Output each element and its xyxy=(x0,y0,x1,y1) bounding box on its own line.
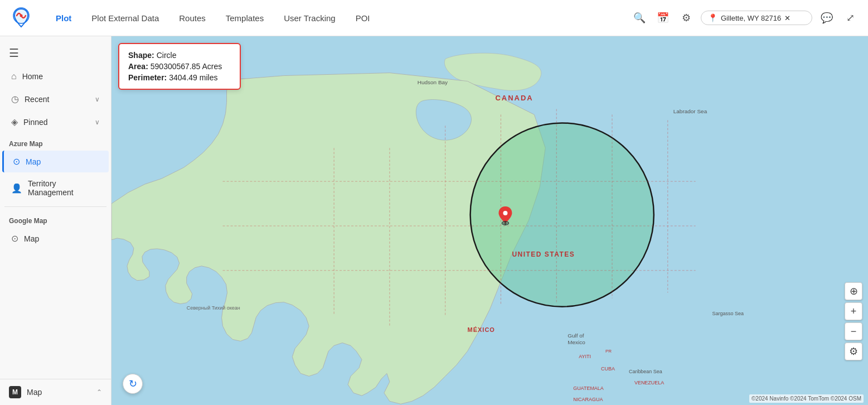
sidebar: ☰ ⌂ Home ◷ Recent ∨ ◈ Pinned ∨ Azure Map… xyxy=(0,36,111,405)
nav-templates[interactable]: Templates xyxy=(217,9,273,27)
chat-button[interactable]: 💬 xyxy=(818,9,836,27)
menu-icon[interactable]: ☰ xyxy=(0,41,111,65)
svg-point-31 xyxy=(503,211,507,215)
nav-links: Plot Plot External Data Routes Templates… xyxy=(47,9,631,27)
area-value: 590300567.85 Acres xyxy=(151,62,222,71)
search-button[interactable]: 🔍 xyxy=(631,9,648,27)
svg-text:Caribbean Sea: Caribbean Sea xyxy=(629,369,662,374)
shape-info-popup: Shape: Circle Area: 590300567.85 Acres P… xyxy=(118,43,241,90)
recent-chevron: ∨ xyxy=(95,95,100,103)
sidebar-item-home[interactable]: ⌂ Home xyxy=(2,66,109,87)
sidebar-item-recent-label: Recent xyxy=(25,95,49,104)
pinned-chevron: ∨ xyxy=(95,118,100,126)
sidebar-item-territory[interactable]: 👤 Territory Management xyxy=(2,173,109,202)
sidebar-bottom: M Map ⌃ xyxy=(0,379,111,405)
nav-right: 🔍 📅 ⚙ 📍 Gillette, WY 82716 ✕ 💬 ⤢ xyxy=(631,9,859,27)
map-refresh-button[interactable]: ↻ xyxy=(123,374,143,394)
nav-plot-external[interactable]: Plot External Data xyxy=(83,9,168,27)
sidebar-item-pinned[interactable]: ◈ Pinned ∨ xyxy=(2,111,109,133)
area-label: Area: xyxy=(128,62,148,71)
svg-text:Hudson Bay: Hudson Bay xyxy=(418,79,448,85)
location-icon: 📍 xyxy=(708,13,717,22)
sidebar-item-azure-map-label: Map xyxy=(26,157,41,166)
map-settings-button[interactable]: ⚙ xyxy=(845,343,862,360)
nav-routes[interactable]: Routes xyxy=(170,9,215,27)
google-map-section: Google Map xyxy=(0,210,111,227)
svg-text:UNITED STATES: UNITED STATES xyxy=(512,250,575,258)
svg-text:Северный Тихий океан: Северный Тихий океан xyxy=(187,305,240,311)
sidebar-item-pinned-label: Pinned xyxy=(23,118,48,127)
svg-text:GUATEMALA: GUATEMALA xyxy=(573,385,604,391)
bottom-chevron: ⌃ xyxy=(96,388,102,396)
location-value: Gillette, WY 82716 xyxy=(721,14,781,22)
sidebar-bottom-label: Map xyxy=(27,388,42,397)
logo[interactable] xyxy=(9,6,33,30)
location-clear-button[interactable]: ✕ xyxy=(784,14,791,22)
svg-text:PR: PR xyxy=(605,349,612,354)
zoom-in-button[interactable]: + xyxy=(845,302,862,320)
locate-me-button[interactable]: ⊕ xyxy=(845,282,862,300)
sidebar-bottom-map[interactable]: M Map ⌃ xyxy=(0,379,111,405)
perimeter-value: 3404.49 miles xyxy=(169,73,217,82)
recent-icon: ◷ xyxy=(11,94,19,104)
nav-user-tracking[interactable]: User Tracking xyxy=(275,9,345,27)
svg-point-3 xyxy=(471,123,654,306)
map-background: CANADA UNITED STATES MÉXICO Hudson Bay L… xyxy=(111,36,868,405)
m-badge: M xyxy=(9,386,21,398)
map-svg: CANADA UNITED STATES MÉXICO Hudson Bay L… xyxy=(111,36,868,405)
territory-icon: 👤 xyxy=(11,183,22,194)
location-input-area[interactable]: 📍 Gillette, WY 82716 ✕ xyxy=(701,11,812,25)
sidebar-item-google-map[interactable]: ⊙ Map xyxy=(2,228,109,249)
home-icon: ⌂ xyxy=(11,71,17,81)
sidebar-divider xyxy=(4,206,106,207)
svg-text:Labrador Sea: Labrador Sea xyxy=(673,108,707,114)
sidebar-item-recent[interactable]: ◷ Recent ∨ xyxy=(2,88,109,110)
svg-text:CANADA: CANADA xyxy=(495,94,533,102)
shape-label: Shape: xyxy=(128,51,154,60)
zoom-out-button[interactable]: − xyxy=(845,322,862,340)
perimeter-label: Perimeter: xyxy=(128,73,167,82)
map-controls: ⊕ + − ⚙ xyxy=(845,282,862,360)
sidebar-item-azure-map[interactable]: ⊙ Map xyxy=(2,151,109,172)
svg-text:CUBA: CUBA xyxy=(601,366,615,372)
svg-point-1 xyxy=(20,15,23,17)
svg-text:VENEZUELA: VENEZUELA xyxy=(634,380,664,385)
svg-text:AYITI: AYITI xyxy=(579,354,591,359)
svg-text:Gulf of: Gulf of xyxy=(568,332,584,339)
nav-plot[interactable]: Plot xyxy=(47,9,80,27)
nav-poi[interactable]: POI xyxy=(347,9,379,27)
settings-button[interactable]: ⚙ xyxy=(677,9,695,27)
map-attribution: ©2024 Navinfo ©2024 TomTom ©2024 OSM xyxy=(749,394,864,403)
azure-map-icon: ⊙ xyxy=(13,156,20,167)
main-area: ☰ ⌂ Home ◷ Recent ∨ ◈ Pinned ∨ Azure Map… xyxy=(0,36,868,405)
sidebar-item-home-label: Home xyxy=(22,72,43,81)
svg-text:Sargasso Sea: Sargasso Sea xyxy=(712,311,744,316)
top-navigation: Plot Plot External Data Routes Templates… xyxy=(0,0,868,36)
pinned-icon: ◈ xyxy=(11,117,18,127)
sidebar-item-google-map-label: Map xyxy=(24,234,39,243)
azure-map-section: Azure Map xyxy=(0,133,111,150)
expand-button[interactable]: ⤢ xyxy=(841,9,859,27)
map-area[interactable]: CANADA UNITED STATES MÉXICO Hudson Bay L… xyxy=(111,36,868,405)
svg-text:MÉXICO: MÉXICO xyxy=(468,326,495,333)
calendar-button[interactable]: 📅 xyxy=(654,9,672,27)
shape-value: Circle xyxy=(157,51,177,60)
google-map-icon: ⊙ xyxy=(11,233,18,244)
svg-text:NICARAGUA: NICARAGUA xyxy=(573,397,603,402)
svg-text:Mexico: Mexico xyxy=(568,339,585,345)
sidebar-item-territory-label: Territory Management xyxy=(28,179,100,197)
